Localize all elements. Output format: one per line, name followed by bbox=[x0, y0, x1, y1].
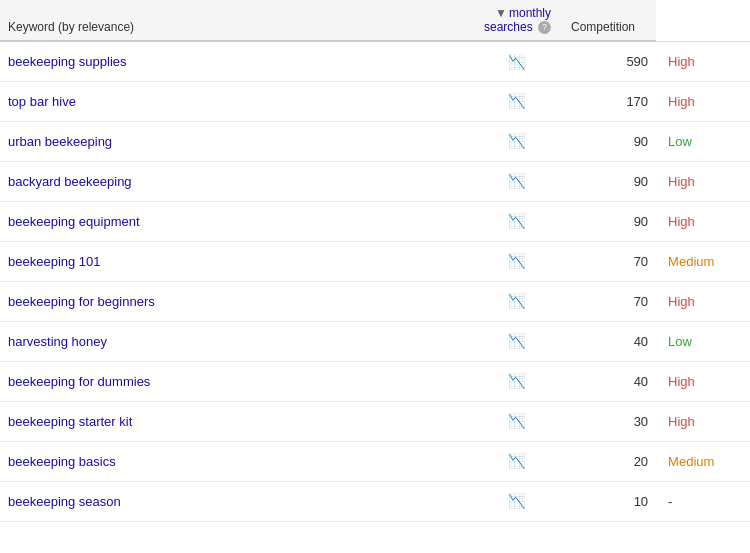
keyword-link[interactable]: beekeeping for beginners bbox=[8, 294, 155, 309]
keyword-cell: backyard beekeeping bbox=[0, 161, 474, 201]
chart-icon-cell[interactable]: 📉 bbox=[474, 401, 559, 441]
table-body: beekeeping supplies📉590Hightop bar hive📉… bbox=[0, 41, 750, 521]
keyword-link[interactable]: backyard beekeeping bbox=[8, 174, 132, 189]
table-row: top bar hive📉170High bbox=[0, 81, 750, 121]
searches-cell: 170 bbox=[559, 81, 656, 121]
competition-column-header[interactable]: Competition bbox=[559, 0, 656, 41]
keyword-cell: urban beekeeping bbox=[0, 121, 474, 161]
competition-cell: High bbox=[656, 161, 750, 201]
trend-chart-icon: 📉 bbox=[508, 293, 525, 309]
sort-arrow-icon: ▼ bbox=[495, 6, 507, 20]
trend-chart-icon: 📉 bbox=[508, 133, 525, 149]
trend-chart-icon: 📉 bbox=[508, 253, 525, 269]
table-row: urban beekeeping📉90Low bbox=[0, 121, 750, 161]
table-row: beekeeping basics📉20Medium bbox=[0, 441, 750, 481]
chart-icon-cell[interactable]: 📉 bbox=[474, 121, 559, 161]
keyword-link[interactable]: top bar hive bbox=[8, 94, 76, 109]
help-icon[interactable]: ? bbox=[538, 21, 551, 34]
searches-cell: 70 bbox=[559, 241, 656, 281]
keyword-link[interactable]: beekeeping for dummies bbox=[8, 374, 150, 389]
table-row: harvesting honey📉40Low bbox=[0, 321, 750, 361]
chart-icon-cell[interactable]: 📉 bbox=[474, 361, 559, 401]
competition-cell: High bbox=[656, 201, 750, 241]
table-row: beekeeping 101📉70Medium bbox=[0, 241, 750, 281]
chart-icon-cell[interactable]: 📉 bbox=[474, 481, 559, 521]
competition-value: High bbox=[668, 214, 695, 229]
searches-cell: 20 bbox=[559, 441, 656, 481]
trend-chart-icon: 📉 bbox=[508, 333, 525, 349]
competition-cell: High bbox=[656, 41, 750, 81]
trend-chart-icon: 📉 bbox=[508, 213, 525, 229]
table-row: beekeeping for dummies📉40High bbox=[0, 361, 750, 401]
chart-icon-cell[interactable]: 📉 bbox=[474, 321, 559, 361]
chart-icon-cell[interactable]: 📉 bbox=[474, 441, 559, 481]
competition-value: High bbox=[668, 174, 695, 189]
competition-value: High bbox=[668, 414, 695, 429]
keyword-link[interactable]: harvesting honey bbox=[8, 334, 107, 349]
searches-cell: 90 bbox=[559, 121, 656, 161]
keyword-link[interactable]: beekeeping season bbox=[8, 494, 121, 509]
competition-value: Low bbox=[668, 334, 692, 349]
chart-icon-cell[interactable]: 📉 bbox=[474, 201, 559, 241]
competition-cell: Medium bbox=[656, 241, 750, 281]
table-row: beekeeping starter kit📉30High bbox=[0, 401, 750, 441]
keyword-cell: beekeeping season bbox=[0, 481, 474, 521]
searches-cell: 40 bbox=[559, 321, 656, 361]
searches-cell: 40 bbox=[559, 361, 656, 401]
chart-icon-cell[interactable]: 📉 bbox=[474, 81, 559, 121]
searches-cell: 70 bbox=[559, 281, 656, 321]
competition-value: High bbox=[668, 374, 695, 389]
keyword-cell: beekeeping for beginners bbox=[0, 281, 474, 321]
trend-chart-icon: 📉 bbox=[508, 413, 525, 429]
searches-cell: 90 bbox=[559, 161, 656, 201]
chart-icon-cell[interactable]: 📉 bbox=[474, 161, 559, 201]
trend-chart-icon: 📉 bbox=[508, 453, 525, 469]
competition-cell: - bbox=[656, 481, 750, 521]
keyword-cell: beekeeping starter kit bbox=[0, 401, 474, 441]
competition-value: Low bbox=[668, 134, 692, 149]
searches-cell: 30 bbox=[559, 401, 656, 441]
competition-value: Medium bbox=[668, 454, 714, 469]
competition-value: - bbox=[668, 494, 672, 509]
searches-cell: 90 bbox=[559, 201, 656, 241]
keyword-link[interactable]: beekeeping supplies bbox=[8, 54, 127, 69]
competition-cell: High bbox=[656, 81, 750, 121]
competition-value: High bbox=[668, 94, 695, 109]
table-header: Keyword (by relevance) ▼ monthly searche… bbox=[0, 0, 750, 41]
keyword-cell: beekeeping for dummies bbox=[0, 361, 474, 401]
competition-cell: Low bbox=[656, 321, 750, 361]
searches-cell: 10 bbox=[559, 481, 656, 521]
table-row: beekeeping season📉10- bbox=[0, 481, 750, 521]
searches-cell: 590 bbox=[559, 41, 656, 81]
keyword-header-label: Keyword (by relevance) bbox=[8, 20, 134, 34]
table-row: beekeeping equipment📉90High bbox=[0, 201, 750, 241]
trend-chart-icon: 📉 bbox=[508, 54, 525, 70]
table-row: beekeeping for beginners📉70High bbox=[0, 281, 750, 321]
competition-header-label: Competition bbox=[571, 20, 635, 34]
trend-chart-icon: 📉 bbox=[508, 173, 525, 189]
keyword-cell: beekeeping equipment bbox=[0, 201, 474, 241]
keyword-link[interactable]: urban beekeeping bbox=[8, 134, 112, 149]
trend-chart-icon: 📉 bbox=[508, 93, 525, 109]
keyword-table: Keyword (by relevance) ▼ monthly searche… bbox=[0, 0, 750, 522]
keyword-cell: beekeeping supplies bbox=[0, 41, 474, 81]
keyword-cell: beekeeping basics bbox=[0, 441, 474, 481]
chart-icon-cell[interactable]: 📉 bbox=[474, 281, 559, 321]
competition-cell: High bbox=[656, 361, 750, 401]
keyword-cell: beekeeping 101 bbox=[0, 241, 474, 281]
competition-value: Medium bbox=[668, 254, 714, 269]
competition-cell: Low bbox=[656, 121, 750, 161]
searches-column-header[interactable]: ▼ monthly searches ? bbox=[474, 0, 559, 41]
keyword-cell: harvesting honey bbox=[0, 321, 474, 361]
keyword-link[interactable]: beekeeping basics bbox=[8, 454, 116, 469]
keyword-cell: top bar hive bbox=[0, 81, 474, 121]
keyword-column-header[interactable]: Keyword (by relevance) bbox=[0, 0, 474, 41]
keyword-link[interactable]: beekeeping 101 bbox=[8, 254, 101, 269]
chart-icon-cell[interactable]: 📉 bbox=[474, 241, 559, 281]
keyword-link[interactable]: beekeeping equipment bbox=[8, 214, 140, 229]
keyword-link[interactable]: beekeeping starter kit bbox=[8, 414, 132, 429]
trend-chart-icon: 📉 bbox=[508, 373, 525, 389]
chart-icon-cell[interactable]: 📉 bbox=[474, 41, 559, 81]
competition-cell: Medium bbox=[656, 441, 750, 481]
table-row: backyard beekeeping📉90High bbox=[0, 161, 750, 201]
